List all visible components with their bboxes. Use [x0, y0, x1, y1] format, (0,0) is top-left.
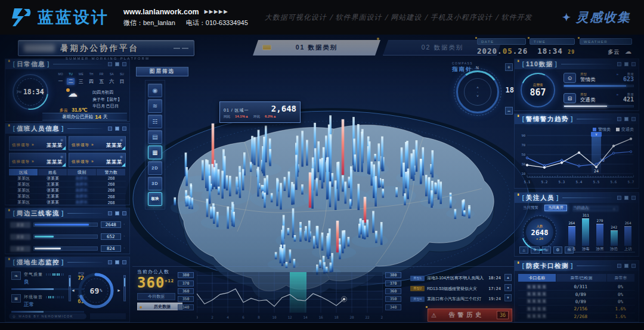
3d-layer-button[interactable]: 3D [148, 177, 162, 190]
history-data-button[interactable]: 历史数据 [137, 303, 182, 310]
cell[interactable]: 268 [97, 188, 126, 192]
scroll-mid-icon[interactable]: ● [504, 284, 512, 291]
duty-leader-card[interactable]: 值班领导»⊗某某某 [9, 153, 66, 167]
table-row[interactable]: 某某区张某某副所长268 [9, 175, 126, 181]
pin-icon[interactable] [115, 62, 119, 66]
alert-time[interactable]: 19:24 [488, 297, 501, 301]
close-icon[interactable]: ⊗ [120, 155, 123, 159]
minimize-icon[interactable] [617, 117, 621, 121]
checkpoint-row[interactable]: 某某某某0/3110% [518, 283, 635, 291]
weekday[interactable]: FR五 [98, 72, 106, 85]
gauge-slider-right[interactable] [123, 275, 126, 301]
checkpoint-row[interactable]: 某某某某2/1561.6% [518, 306, 635, 313]
alert-history-banner[interactable]: ⚠ 告警历史 36 [428, 309, 512, 322]
gauge-slider-left[interactable] [69, 275, 71, 301]
col-header[interactable]: 姓名 [38, 169, 67, 175]
pin-icon[interactable] [624, 117, 628, 121]
flow-value[interactable]: 2648 [101, 221, 121, 228]
col-header[interactable]: 级别 [67, 169, 96, 175]
alert-time[interactable]: 18:24 [488, 276, 501, 280]
alert-text[interactable]: 湿地3-104片区有不明人员闯入 [427, 275, 486, 281]
cell[interactable]: 268 [97, 201, 126, 205]
chart-layer-button[interactable]: ▦ [148, 146, 162, 159]
y-axis-chip[interactable]: 380 [385, 272, 401, 278]
y-axis-chip[interactable]: 350 [385, 296, 401, 302]
flow-label[interactable]: 某某 [10, 222, 30, 228]
focus-filter-icon-1[interactable]: ⌂ [519, 246, 528, 254]
lanlan-logo[interactable]: 蓝蓝设计 [11, 7, 109, 28]
website-link[interactable]: www.lanlanwork.com [123, 8, 199, 16]
expand-icon[interactable] [122, 127, 126, 131]
alert-tag[interactable]: 类型2 [410, 286, 425, 291]
type-count[interactable]: 421 [623, 96, 634, 103]
camera-layer-button[interactable]: ◉ [148, 84, 162, 97]
flow-track[interactable] [33, 246, 98, 251]
focus-bar[interactable]: 311涉毒 [579, 213, 593, 246]
col-header[interactable]: 区域 [9, 169, 38, 175]
flow-label[interactable]: 某某 [10, 234, 30, 240]
y-axis-chip[interactable]: 350 [178, 296, 194, 302]
alert-time[interactable]: 17:24 [488, 286, 501, 291]
type-filter-dropdown[interactable]: 某某筛选∨ [573, 206, 618, 211]
table-row[interactable]: 某某区王某某副所长268 [9, 194, 126, 200]
focus-bar[interactable]: 264上访 [621, 221, 635, 246]
cell[interactable]: 268 [97, 182, 126, 186]
minimize-icon[interactable] [617, 196, 621, 200]
zoom-out-button[interactable]: − [505, 107, 513, 115]
compass-ring[interactable]: ˄·˅ [456, 70, 499, 113]
duty-leader-card[interactable]: 值班领导»⊗某某某 [9, 136, 66, 150]
alert-tag[interactable]: 类型1 [410, 276, 425, 281]
zoom-in-button[interactable]: + [505, 63, 513, 71]
y-axis-chip[interactable]: 340 [385, 304, 401, 310]
scroll-up-icon[interactable]: ▲ [504, 274, 512, 281]
legend-swatch[interactable] [616, 128, 620, 131]
tab-today-left[interactable]: 当日离开 [544, 205, 567, 211]
signal-layer-button[interactable]: ≋ [148, 99, 162, 113]
cell[interactable]: 某某区 [9, 175, 38, 181]
flow-track[interactable] [33, 235, 98, 239]
pin-icon[interactable] [115, 127, 119, 131]
focus-bar[interactable]: 264在逃 [565, 221, 579, 246]
cell[interactable]: 王某某 [38, 181, 67, 187]
focus-filter-icon-3[interactable]: ☏ [542, 246, 551, 254]
pin-icon[interactable] [115, 260, 119, 264]
police-type-row[interactable]: ⊟类型交通类»数量421 [564, 92, 634, 109]
focus-bar[interactable]: 242涉恐 [607, 225, 621, 246]
building-layer-button[interactable]: ▤ [148, 130, 162, 144]
expand-icon[interactable] [631, 62, 636, 66]
gauge-right-arrow[interactable]: ► [117, 288, 121, 292]
weekday[interactable]: SA六 [108, 72, 116, 85]
tab-data-category-1[interactable]: 01 数据类别 [253, 40, 380, 55]
cell[interactable]: 268 [97, 176, 126, 180]
col-rate[interactable]: 异常率 [607, 274, 634, 282]
minimize-icon[interactable] [108, 211, 112, 215]
weekday[interactable]: TU二 [67, 72, 75, 85]
cell[interactable]: 268 [97, 195, 126, 199]
police-type-row[interactable]: ⊙类型警情类»数量623 [564, 72, 634, 88]
expand-icon[interactable] [631, 264, 636, 268]
alert-item[interactable]: 类型4某路口有小汽车连闯三个红灯19:24 [410, 295, 501, 303]
minimize-icon[interactable] [617, 62, 621, 66]
flow-value[interactable]: 824 [101, 245, 121, 252]
flow-value[interactable]: 652 [101, 233, 121, 240]
table-row[interactable]: 某某区王某某副所长268 [9, 181, 126, 187]
focus-bar[interactable]: 279涉黑 [593, 218, 607, 246]
expand-icon[interactable] [122, 260, 126, 264]
pin-icon[interactable] [624, 264, 628, 268]
y-axis-chip[interactable]: 370 [178, 280, 194, 286]
cell[interactable]: 某某区 [9, 187, 38, 193]
cell[interactable]: 某某区 [9, 199, 38, 205]
pin-icon[interactable] [624, 62, 628, 66]
flow-row[interactable]: 某某2648' [10, 221, 125, 228]
minimize-icon[interactable] [108, 127, 112, 131]
focus-filter-icon-2[interactable]: ✈ [531, 246, 540, 254]
alert-tag[interactable]: 类型4 [410, 297, 425, 302]
duty-table-header[interactable]: 区域姓名级别警力数 [9, 169, 126, 175]
alert-item[interactable]: 类型2RD13-53烟感报警疑似火灾17:24 [410, 285, 501, 293]
flow-label[interactable]: 某某 [10, 246, 30, 252]
expand-icon[interactable] [122, 62, 126, 66]
table-row[interactable]: 某某区张某某副所长268 [9, 200, 126, 206]
weekday[interactable]: MO一 [57, 72, 64, 85]
col-detected[interactable]: 异常/已检测 [556, 274, 606, 282]
cell[interactable]: 某某区 [9, 181, 38, 187]
